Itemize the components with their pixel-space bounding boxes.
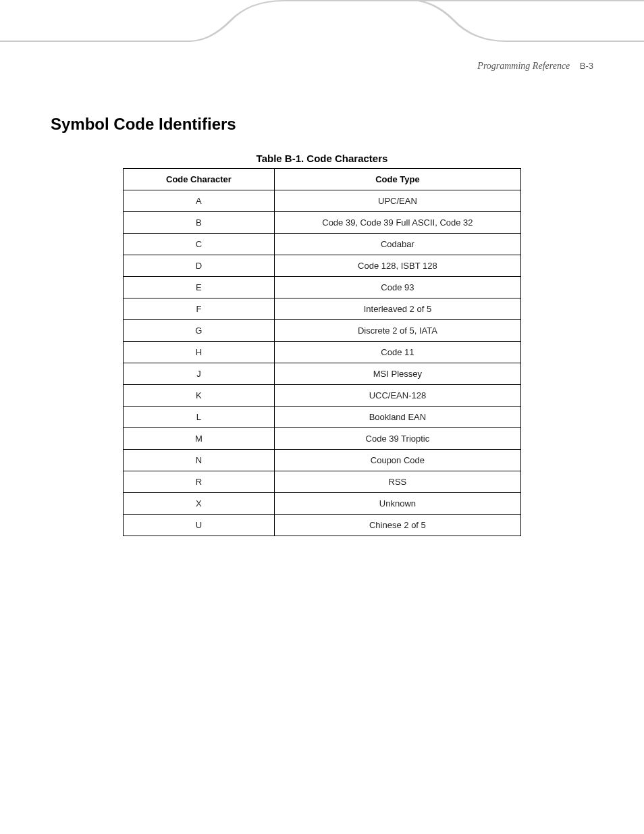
cell-code-type: Codabar bbox=[274, 234, 520, 255]
cell-code-character: R bbox=[124, 471, 275, 493]
running-header: Programming Reference B-3 bbox=[477, 61, 593, 72]
header-page-number: B-3 bbox=[580, 61, 593, 71]
table-row: HCode 11 bbox=[124, 342, 521, 363]
cell-code-character: L bbox=[124, 407, 275, 428]
table-row: ECode 93 bbox=[124, 277, 521, 298]
table-row: MCode 39 Trioptic bbox=[124, 428, 521, 450]
cell-code-character: E bbox=[124, 277, 275, 298]
table-row: JMSI Plessey bbox=[124, 363, 521, 385]
cell-code-character: M bbox=[124, 428, 275, 450]
table-row: CCodabar bbox=[124, 234, 521, 255]
table-row: UChinese 2 of 5 bbox=[124, 515, 521, 536]
page-content: Symbol Code Identifiers Table B-1. Code … bbox=[0, 115, 644, 536]
cell-code-character: H bbox=[124, 342, 275, 363]
header-section-name: Programming Reference bbox=[477, 61, 570, 71]
cell-code-character: C bbox=[124, 234, 275, 255]
cell-code-type: Unknown bbox=[274, 493, 520, 515]
cell-code-type: Bookland EAN bbox=[274, 407, 520, 428]
cell-code-character: N bbox=[124, 450, 275, 471]
cell-code-character: X bbox=[124, 493, 275, 515]
cell-code-character: D bbox=[124, 255, 275, 277]
cell-code-character: J bbox=[124, 363, 275, 385]
table-row: KUCC/EAN-128 bbox=[124, 385, 521, 407]
cell-code-type: Code 128, ISBT 128 bbox=[274, 255, 520, 277]
cell-code-type: UPC/EAN bbox=[274, 190, 520, 212]
cell-code-character: U bbox=[124, 515, 275, 536]
table-row: NCoupon Code bbox=[124, 450, 521, 471]
cell-code-character: G bbox=[124, 320, 275, 342]
cell-code-character: A bbox=[124, 190, 275, 212]
cell-code-type: Code 39, Code 39 Full ASCII, Code 32 bbox=[274, 212, 520, 234]
cell-code-type: Chinese 2 of 5 bbox=[274, 515, 520, 536]
table-row: DCode 128, ISBT 128 bbox=[124, 255, 521, 277]
col-header-code-character: Code Character bbox=[124, 169, 275, 190]
table-caption: Table B-1. Code Characters bbox=[51, 153, 593, 164]
table-row: FInterleaved 2 of 5 bbox=[124, 298, 521, 320]
col-header-code-type: Code Type bbox=[274, 169, 520, 190]
cell-code-character: B bbox=[124, 212, 275, 234]
table-row: XUnknown bbox=[124, 493, 521, 515]
cell-code-type: Interleaved 2 of 5 bbox=[274, 298, 520, 320]
table-row: RRSS bbox=[124, 471, 521, 493]
cell-code-type: Code 11 bbox=[274, 342, 520, 363]
cell-code-type: RSS bbox=[274, 471, 520, 493]
cell-code-type: Coupon Code bbox=[274, 450, 520, 471]
cell-code-type: MSI Plessey bbox=[274, 363, 520, 385]
cell-code-character: F bbox=[124, 298, 275, 320]
table-row: AUPC/EAN bbox=[124, 190, 521, 212]
table-row: LBookland EAN bbox=[124, 407, 521, 428]
table-row: GDiscrete 2 of 5, IATA bbox=[124, 320, 521, 342]
table-header-row: Code Character Code Type bbox=[124, 169, 521, 190]
cell-code-type: Code 39 Trioptic bbox=[274, 428, 520, 450]
cell-code-character: K bbox=[124, 385, 275, 407]
header-rule-left bbox=[0, 41, 189, 42]
code-characters-table: Code Character Code Type AUPC/EANBCode 3… bbox=[123, 168, 521, 536]
cell-code-type: UCC/EAN-128 bbox=[274, 385, 520, 407]
page-header: Programming Reference B-3 bbox=[0, 0, 644, 47]
cell-code-type: Code 93 bbox=[274, 277, 520, 298]
section-heading: Symbol Code Identifiers bbox=[51, 115, 593, 134]
cell-code-type: Discrete 2 of 5, IATA bbox=[274, 320, 520, 342]
table-row: BCode 39, Code 39 Full ASCII, Code 32 bbox=[124, 212, 521, 234]
